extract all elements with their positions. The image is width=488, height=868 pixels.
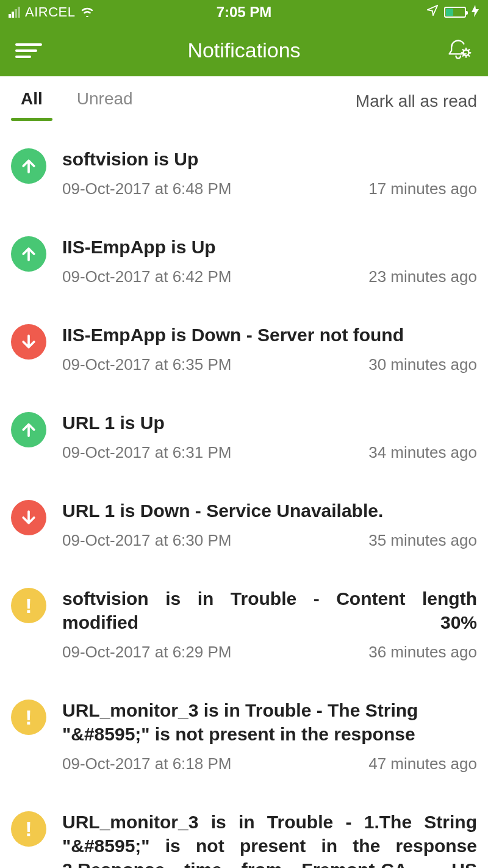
notification-timestamp: 09-Oct-2017 at 6:18 PM bbox=[62, 754, 231, 773]
notification-item[interactable]: !URL_monitor_3 is in Trouble - 1.The Str… bbox=[11, 789, 477, 868]
battery-icon bbox=[444, 7, 466, 18]
notification-relative-time: 36 minutes ago bbox=[368, 643, 477, 662]
notification-title: IIS-EmpApp is Down - Server not found bbox=[62, 323, 477, 347]
notification-body: IIS-EmpApp is Up09-Oct-2017 at 6:42 PM23… bbox=[62, 235, 477, 286]
notification-meta: 09-Oct-2017 at 6:35 PM30 minutes ago bbox=[62, 355, 477, 374]
notification-title: softvision is Up bbox=[62, 147, 477, 171]
status-bar: AIRCEL 7:05 PM bbox=[0, 0, 488, 24]
notification-meta: 09-Oct-2017 at 6:48 PM17 minutes ago bbox=[62, 179, 477, 198]
page-title: Notifications bbox=[42, 38, 446, 62]
menu-button[interactable] bbox=[15, 37, 42, 64]
notification-settings-button[interactable] bbox=[446, 36, 473, 65]
notification-meta: 09-Oct-2017 at 6:42 PM23 minutes ago bbox=[62, 267, 477, 286]
carrier-label: AIRCEL bbox=[25, 4, 75, 20]
notification-title: URL 1 is Up bbox=[62, 411, 477, 435]
notification-body: softvision is Up09-Oct-2017 at 6:48 PM17… bbox=[62, 147, 477, 198]
notification-timestamp: 09-Oct-2017 at 6:42 PM bbox=[62, 267, 231, 286]
notification-item[interactable]: softvision is Up09-Oct-2017 at 6:48 PM17… bbox=[11, 126, 477, 214]
tab-all[interactable]: All bbox=[11, 83, 52, 120]
up-arrow-icon bbox=[11, 236, 46, 272]
warning-icon: ! bbox=[11, 811, 46, 847]
notification-relative-time: 23 minutes ago bbox=[368, 267, 477, 286]
down-arrow-icon bbox=[11, 500, 46, 535]
warning-icon: ! bbox=[11, 700, 46, 735]
warning-icon: ! bbox=[11, 588, 46, 623]
signal-icon bbox=[9, 7, 20, 18]
notification-relative-time: 35 minutes ago bbox=[368, 531, 477, 550]
tabs: All Unread bbox=[11, 83, 143, 120]
notification-body: URL 1 is Down - Service Unavailable.09-O… bbox=[62, 499, 477, 550]
tab-unread[interactable]: Unread bbox=[67, 83, 143, 120]
status-right bbox=[323, 4, 479, 21]
notification-timestamp: 09-Oct-2017 at 6:48 PM bbox=[62, 179, 231, 198]
status-left: AIRCEL bbox=[9, 4, 165, 21]
notification-relative-time: 47 minutes ago bbox=[368, 754, 477, 773]
notification-meta: 09-Oct-2017 at 6:31 PM34 minutes ago bbox=[62, 443, 477, 462]
notification-title: URL_monitor_3 is in Trouble - 1.The Stri… bbox=[62, 810, 477, 868]
notification-title: IIS-EmpApp is Up bbox=[62, 235, 477, 259]
charging-icon bbox=[471, 4, 479, 21]
notification-body: softvision is in Trouble - Content lengt… bbox=[62, 587, 477, 662]
notification-body: URL 1 is Up09-Oct-2017 at 6:31 PM34 minu… bbox=[62, 411, 477, 462]
notification-body: URL_monitor_3 is in Trouble - 1.The Stri… bbox=[62, 810, 477, 868]
notification-item[interactable]: IIS-EmpApp is Down - Server not found09-… bbox=[11, 302, 477, 390]
notification-item[interactable]: IIS-EmpApp is Up09-Oct-2017 at 6:42 PM23… bbox=[11, 214, 477, 302]
wifi-icon bbox=[80, 4, 95, 21]
tabs-row: All Unread Mark all as read bbox=[0, 76, 488, 126]
notification-item[interactable]: URL 1 is Down - Service Unavailable.09-O… bbox=[11, 478, 477, 566]
nav-bar: Notifications bbox=[0, 24, 488, 76]
notification-title: URL_monitor_3 is in Trouble - The String… bbox=[62, 698, 477, 746]
notification-relative-time: 17 minutes ago bbox=[368, 179, 477, 198]
notification-title: softvision is in Trouble - Content lengt… bbox=[62, 587, 477, 634]
notification-meta: 09-Oct-2017 at 6:30 PM35 minutes ago bbox=[62, 531, 477, 550]
notification-item[interactable]: !softvision is in Trouble - Content leng… bbox=[11, 566, 477, 678]
location-icon bbox=[426, 4, 439, 21]
notification-body: IIS-EmpApp is Down - Server not found09-… bbox=[62, 323, 477, 374]
mark-all-read-button[interactable]: Mark all as read bbox=[356, 92, 477, 111]
notification-list: softvision is Up09-Oct-2017 at 6:48 PM17… bbox=[0, 126, 488, 868]
notification-item[interactable]: !URL_monitor_3 is in Trouble - The Strin… bbox=[11, 678, 477, 789]
notification-meta: 09-Oct-2017 at 6:29 PM36 minutes ago bbox=[62, 643, 477, 662]
notification-timestamp: 09-Oct-2017 at 6:35 PM bbox=[62, 355, 231, 374]
notification-relative-time: 30 minutes ago bbox=[368, 355, 477, 374]
notification-body: URL_monitor_3 is in Trouble - The String… bbox=[62, 698, 477, 773]
notification-item[interactable]: URL 1 is Up09-Oct-2017 at 6:31 PM34 minu… bbox=[11, 390, 477, 478]
up-arrow-icon bbox=[11, 412, 46, 447]
down-arrow-icon bbox=[11, 324, 46, 360]
status-time: 7:05 PM bbox=[165, 4, 322, 21]
notification-timestamp: 09-Oct-2017 at 6:30 PM bbox=[62, 531, 231, 550]
notification-title: URL 1 is Down - Service Unavailable. bbox=[62, 499, 477, 523]
notification-relative-time: 34 minutes ago bbox=[368, 443, 477, 462]
notification-timestamp: 09-Oct-2017 at 6:29 PM bbox=[62, 643, 231, 662]
notification-meta: 09-Oct-2017 at 6:18 PM47 minutes ago bbox=[62, 754, 477, 773]
notification-timestamp: 09-Oct-2017 at 6:31 PM bbox=[62, 443, 231, 462]
up-arrow-icon bbox=[11, 148, 46, 184]
